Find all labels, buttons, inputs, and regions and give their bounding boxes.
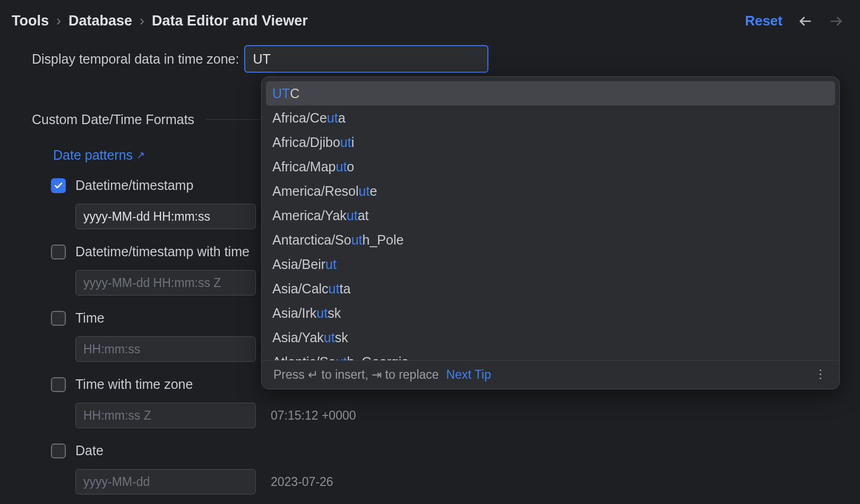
chevron-right-icon: › (56, 13, 61, 29)
time-tz-label: Time with time zone (75, 377, 193, 392)
timezone-option[interactable]: UTC (266, 81, 835, 106)
datetime-tz-checkbox[interactable] (51, 245, 66, 259)
timezone-input[interactable] (244, 45, 488, 73)
breadcrumb-tools[interactable]: Tools (12, 13, 49, 29)
datetime-checkbox[interactable] (51, 178, 66, 193)
nav-back-button[interactable] (797, 13, 813, 29)
breadcrumb: Tools › Database › Data Editor and Viewe… (12, 13, 308, 29)
timezone-option[interactable]: Africa/Djibouti (266, 130, 835, 154)
date-preview: 2023-07-26 (271, 475, 333, 489)
timezone-option[interactable]: Africa/Ceuta (266, 106, 835, 130)
breadcrumb-data-editor[interactable]: Data Editor and Viewer (152, 13, 308, 29)
datetime-tz-format-input[interactable] (75, 270, 256, 296)
nav-forward-button (828, 13, 844, 29)
enter-key-icon: ↵ (308, 368, 318, 381)
tab-key-icon: ⇥ (372, 368, 382, 381)
timezone-combobox-popup: UTCAfrica/CeutaAfrica/DjiboutiAfrica/Map… (261, 76, 840, 389)
time-tz-format-input[interactable] (75, 403, 256, 428)
datetime-format-input[interactable] (75, 204, 256, 229)
timezone-option[interactable]: Asia/Beirut (266, 252, 835, 276)
timezone-option[interactable]: Asia/Irkutsk (266, 301, 835, 325)
timezone-option[interactable]: Asia/Yakutsk (266, 325, 835, 350)
reset-button[interactable]: Reset (745, 13, 782, 29)
date-format-input[interactable] (75, 469, 256, 494)
timezone-option[interactable]: Atlantic/South_Georgia (266, 350, 835, 360)
timezone-option[interactable]: Africa/Maputo (266, 154, 835, 179)
timezone-option[interactable]: America/Yakutat (266, 203, 835, 228)
datetime-tz-label: Datetime/timestamp with time (75, 244, 250, 259)
combobox-footer: Press ↵ to insert, ⇥ to replace Next Tip… (262, 360, 839, 389)
time-tz-preview: 07:15:12 +0000 (271, 409, 356, 423)
time-checkbox[interactable] (51, 311, 66, 326)
time-label: Time (75, 310, 105, 326)
external-link-icon: ↗ (136, 149, 145, 161)
time-format-input[interactable] (75, 336, 256, 362)
timezone-option-list[interactable]: UTCAfrica/CeutaAfrica/DjiboutiAfrica/Map… (262, 77, 839, 360)
date-patterns-link[interactable]: Date patterns ↗ (32, 147, 145, 163)
date-checkbox[interactable] (51, 444, 66, 458)
timezone-option[interactable]: America/Resolute (266, 179, 835, 203)
time-tz-checkbox[interactable] (51, 377, 66, 392)
breadcrumb-database[interactable]: Database (68, 13, 132, 29)
chevron-right-icon: › (140, 13, 144, 29)
timezone-option[interactable]: Asia/Calcutta (266, 276, 835, 301)
next-tip-link[interactable]: Next Tip (446, 368, 491, 382)
more-options-icon[interactable]: ⋯ (814, 368, 828, 381)
footer-hint: Press ↵ to insert, ⇥ to replace (273, 368, 439, 382)
datetime-label: Datetime/timestamp (75, 178, 193, 193)
date-label: Date (75, 443, 104, 458)
section-title: Custom Date/Time Formats (32, 112, 194, 127)
timezone-option[interactable]: Antarctica/South_Pole (266, 228, 835, 252)
timezone-label: Display temporal data in time zone: (32, 51, 239, 67)
